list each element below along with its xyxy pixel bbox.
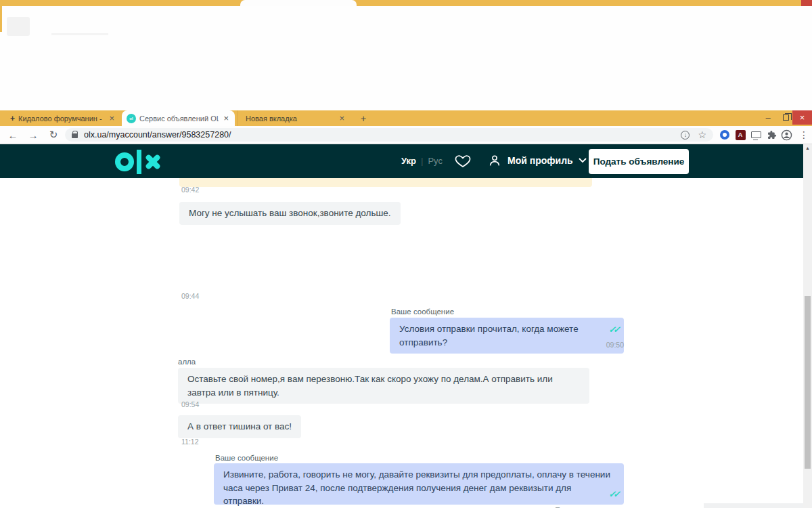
tab-title: Сервис объявлений OLX: сайт – bbox=[139, 114, 219, 123]
page-background-region bbox=[704, 503, 803, 508]
restore-icon bbox=[783, 114, 789, 121]
url-text[interactable]: olx.ua/myaccount/answer/9583257280/ bbox=[84, 130, 673, 140]
message-time: 09:54 bbox=[181, 400, 199, 408]
address-bar[interactable]: olx.ua/myaccount/answer/9583257280/ ↓ ☆ bbox=[65, 128, 713, 142]
scroll-up-arrow-icon[interactable]: ▲ bbox=[803, 146, 812, 150]
new-tab-button[interactable]: + bbox=[357, 112, 369, 125]
adobe-acrobat-icon[interactable]: A bbox=[734, 128, 747, 142]
bookmark-star-icon[interactable]: ☆ bbox=[698, 129, 706, 140]
user-icon bbox=[487, 153, 502, 168]
profile-avatar-icon[interactable] bbox=[780, 128, 793, 142]
tab-title: Кидалово форумчанин - markb bbox=[18, 114, 104, 123]
logo-x-shape bbox=[144, 152, 162, 171]
sender-name-label: алла bbox=[178, 358, 196, 366]
scrollbar-thumb[interactable] bbox=[805, 296, 811, 469]
incoming-message-bubble: А в ответ тишина от вас! bbox=[178, 415, 301, 438]
tab-close-icon[interactable]: × bbox=[338, 114, 346, 123]
extensions-puzzle-icon[interactable] bbox=[765, 128, 778, 142]
tab-title: Новая вкладка bbox=[246, 114, 334, 123]
tab-new[interactable]: Новая вкладка × bbox=[237, 110, 351, 126]
language-switcher: Укр | Рус bbox=[401, 156, 443, 166]
tab-strip: + Кидалово форумчанин - markb × ol Серви… bbox=[0, 110, 812, 126]
background-window-content bbox=[51, 33, 108, 35]
pinned-cross-icon: + bbox=[10, 114, 15, 123]
cast-icon[interactable] bbox=[749, 128, 763, 142]
message-time: 11:12 bbox=[181, 438, 199, 446]
page-scrollbar[interactable]: ▲ bbox=[803, 144, 812, 508]
olx-favicon-icon: ol bbox=[127, 114, 136, 123]
window-minimize-button[interactable]: – bbox=[759, 110, 777, 125]
background-window[interactable] bbox=[0, 0, 812, 110]
background-window-content bbox=[7, 17, 30, 36]
chat-content: 09:42 Могу не услышать ваш звонок,звонит… bbox=[0, 178, 803, 508]
tab-olx-active[interactable]: ol Сервис объявлений OLX: сайт – × bbox=[122, 110, 235, 126]
background-window-active-tab bbox=[240, 0, 357, 6]
logo-o-shape bbox=[115, 152, 134, 171]
tab-close-icon[interactable]: × bbox=[108, 114, 116, 123]
browser-menu-icon[interactable]: ⋮ bbox=[797, 128, 811, 142]
message-time: 09:42 bbox=[181, 186, 199, 194]
extension-blue-icon[interactable] bbox=[718, 128, 731, 142]
browser-window: + Кидалово форумчанин - markb × ol Серви… bbox=[0, 110, 812, 508]
forward-icon[interactable]: → bbox=[26, 127, 41, 142]
background-window-tabstrip bbox=[0, 0, 812, 6]
favorites-heart-icon[interactable] bbox=[455, 153, 471, 172]
message-time: 09:50 bbox=[390, 341, 624, 349]
truncated-highlight-message bbox=[179, 178, 592, 187]
message-time: 09:44 bbox=[181, 292, 199, 300]
browser-toolbar: ← → ↻ olx.ua/myaccount/answer/9583257280… bbox=[0, 126, 812, 144]
puzzle-icon bbox=[767, 130, 777, 140]
lock-icon bbox=[72, 133, 78, 138]
chevron-down-icon bbox=[579, 158, 587, 163]
outgoing-message-bubble: Извините, работа, говорить не могу, дава… bbox=[214, 463, 624, 505]
olx-header: Укр | Рус Мой профиль Подать объявление bbox=[0, 144, 812, 178]
logo-bar-shape bbox=[137, 150, 141, 174]
background-window-close-button[interactable] bbox=[801, 0, 812, 6]
read-check-icon: ✓✓ bbox=[608, 324, 618, 337]
background-window-edge bbox=[0, 6, 2, 32]
my-profile-menu[interactable]: Мой профиль bbox=[487, 153, 587, 168]
post-ad-button[interactable]: Подать объявление bbox=[589, 149, 689, 174]
back-icon[interactable]: ← bbox=[5, 127, 20, 142]
tab-forum[interactable]: + Кидалово форумчанин - markb × bbox=[5, 110, 120, 126]
lang-ukr-link[interactable]: Укр bbox=[401, 156, 416, 166]
window-close-button[interactable]: × bbox=[792, 110, 812, 125]
tab-close-icon[interactable]: × bbox=[222, 114, 230, 123]
reload-icon[interactable]: ↻ bbox=[46, 127, 61, 142]
message-text: Извините, работа, говорить не могу, дава… bbox=[223, 469, 610, 506]
profile-label: Мой профиль bbox=[508, 155, 573, 166]
incoming-message-bubble: Могу не услышать ваш звонок,звоните доль… bbox=[179, 202, 401, 225]
incoming-message-bubble: Оставьте свой номер,я вам перезвоню.Так … bbox=[178, 368, 589, 404]
your-message-label: Ваше сообщение bbox=[215, 454, 278, 462]
lang-rus-link[interactable]: Рус bbox=[428, 156, 443, 166]
offline-download-icon[interactable]: ↓ bbox=[681, 131, 690, 140]
your-message-label: Ваше сообщение bbox=[391, 308, 454, 316]
lang-divider: | bbox=[421, 156, 423, 166]
read-check-icon: ✓✓ bbox=[608, 488, 618, 501]
olx-logo[interactable] bbox=[115, 150, 162, 173]
